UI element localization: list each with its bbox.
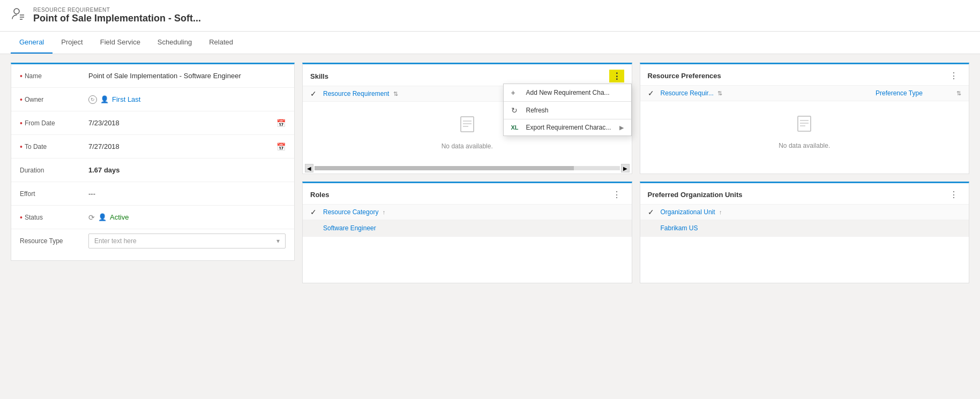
rp-no-data-icon: [795, 114, 814, 138]
required-indicator: •: [20, 119, 23, 127]
resource-requirement-icon: [11, 6, 26, 25]
required-indicator: •: [20, 142, 23, 151]
svg-point-0: [14, 9, 19, 14]
scroll-track: [315, 166, 620, 170]
required-indicator: •: [20, 95, 23, 104]
resource-preferences-more-button[interactable]: ⋮: [946, 70, 961, 82]
skills-header: Skills ⋮: [303, 64, 632, 86]
skills-scrollbar[interactable]: ◀ ▶: [303, 163, 632, 174]
excel-icon: XL: [511, 124, 521, 131]
chevron-down-icon: ▾: [276, 237, 280, 245]
label-name: • Name: [20, 72, 84, 80]
top-bar: Resource Requirement Point of Sale Imple…: [0, 0, 980, 32]
refresh-icon: ↻: [511, 106, 521, 115]
pou-title: Preferred Organization Units: [648, 191, 743, 199]
scroll-thumb: [315, 166, 574, 170]
calendar-icon[interactable]: 📅: [276, 142, 286, 151]
panels-right: Skills ⋮ + Add New Requirement Cha... ↻ …: [302, 63, 969, 283]
plus-icon: +: [511, 88, 521, 97]
skills-more-button[interactable]: ⋮: [609, 70, 624, 82]
check-col: ✓: [310, 89, 323, 98]
roles-check-col: ✓: [310, 208, 323, 216]
nav-tabs: General Project Field Service Scheduling…: [0, 32, 980, 54]
label-effort: Effort: [20, 190, 84, 198]
scroll-left-btn[interactable]: ◀: [305, 164, 313, 172]
preferred-org-units-panel: Preferred Organization Units ⋮ ✓ Organiz…: [640, 182, 970, 283]
sort-icon[interactable]: ⇅: [393, 91, 398, 97]
top-row-panels: Skills ⋮ + Add New Requirement Cha... ↻ …: [302, 63, 969, 174]
label-owner: • Owner: [20, 95, 84, 104]
refresh-icon: ↻: [88, 95, 97, 104]
col-rp-resource-req[interactable]: Resource Requir... ⇅: [661, 89, 876, 97]
form-row-name: • Name Point of Sale Implementation - So…: [11, 64, 294, 88]
pou-check-col: ✓: [648, 208, 661, 216]
value-effort: ---: [88, 190, 286, 198]
label-from-date: • From Date: [20, 119, 84, 127]
form-row-resource-type: Resource Type Enter text here ▾: [11, 229, 294, 253]
form-row-status: • Status ⟳ 👤 Active: [11, 206, 294, 229]
tab-project[interactable]: Project: [53, 32, 91, 54]
menu-add-new[interactable]: + Add New Requirement Cha...: [504, 84, 631, 101]
owner-person-icon: 👤: [100, 95, 109, 103]
roles-panel: Roles ⋮ ✓ Resource Category ↑ Software E…: [302, 182, 632, 283]
tab-general[interactable]: General: [11, 32, 53, 54]
label-status: • Status: [20, 213, 84, 222]
tab-field-service[interactable]: Field Service: [92, 32, 149, 54]
skills-context-menu: + Add New Requirement Cha... ↻ Refresh X…: [503, 84, 632, 136]
page-header-info: Resource Requirement Point of Sale Imple…: [33, 7, 201, 24]
label-to-date: • To Date: [20, 142, 84, 151]
resource-preferences-title: Resource Preferences: [648, 72, 721, 80]
value-owner[interactable]: ↻ 👤 First Last: [88, 95, 286, 104]
pou-header: Preferred Organization Units ⋮: [640, 183, 969, 205]
menu-refresh[interactable]: ↻ Refresh: [504, 102, 631, 119]
rp-no-data: No data available.: [640, 101, 969, 162]
required-indicator: •: [20, 213, 23, 222]
tab-scheduling[interactable]: Scheduling: [149, 32, 200, 54]
roles-header: Roles ⋮: [303, 183, 632, 205]
resource-type-dropdown[interactable]: Enter text here ▾: [88, 234, 286, 249]
rp-check-col: ✓: [648, 89, 661, 97]
tab-related[interactable]: Related: [200, 32, 242, 54]
form-panel: • Name Point of Sale Implementation - So…: [11, 63, 295, 261]
resource-type-wrapper: Enter text here ▾: [88, 234, 286, 249]
main-content: • Name Point of Sale Implementation - So…: [0, 54, 980, 292]
resource-preferences-panel: Resource Preferences ⋮ ✓ Resource Requir…: [640, 63, 970, 174]
label-resource-type: Resource Type: [20, 237, 84, 245]
roles-more-button[interactable]: ⋮: [609, 189, 624, 201]
page-title: Point of Sale Implementation - Soft...: [33, 13, 201, 24]
col-organizational-unit[interactable]: Organizational Unit ↑: [661, 208, 962, 216]
value-from-date: 7/23/2018 📅: [88, 119, 286, 127]
col-resource-category[interactable]: Resource Category ↑: [323, 208, 624, 216]
form-row-duration: Duration 1.67 days: [11, 159, 294, 182]
roles-data-row[interactable]: Software Engineer: [303, 220, 632, 237]
form-row-effort: Effort ---: [11, 182, 294, 206]
value-name: Point of Sale Implementation - Software …: [88, 72, 286, 80]
rp-sort-icon-0[interactable]: ⇅: [717, 90, 722, 96]
svg-rect-8: [798, 116, 811, 131]
value-to-date: 7/27/2018 📅: [88, 142, 286, 151]
menu-export[interactable]: XL Export Requirement Charac... ▶: [504, 119, 631, 135]
scroll-right-btn[interactable]: ▶: [621, 164, 630, 172]
calendar-icon[interactable]: 📅: [276, 119, 286, 127]
preference-sort-icon[interactable]: ⇅: [945, 90, 961, 97]
pou-sort-icon[interactable]: ↑: [719, 209, 722, 215]
roles-sort-icon[interactable]: ↑: [383, 209, 386, 215]
page-subtitle: Resource Requirement: [33, 7, 201, 13]
pou-col-row: ✓ Organizational Unit ↑: [640, 205, 969, 220]
bottom-row-panels: Roles ⋮ ✓ Resource Category ↑ Software E…: [302, 182, 969, 283]
skills-title: Skills: [310, 72, 328, 80]
submenu-arrow-icon: ▶: [619, 124, 624, 131]
refresh-icon: ⟳: [88, 213, 95, 222]
pou-more-button[interactable]: ⋮: [946, 189, 961, 201]
no-data-icon: [458, 115, 477, 138]
col-preference-type[interactable]: Preference Type: [876, 89, 945, 97]
form-row-to-date: • To Date 7/27/2018 📅: [11, 135, 294, 159]
roles-title: Roles: [310, 191, 329, 199]
label-duration: Duration: [20, 167, 84, 174]
pou-data-row[interactable]: Fabrikam US: [640, 220, 969, 237]
required-indicator: •: [20, 72, 23, 80]
value-status: ⟳ 👤 Active: [88, 213, 286, 222]
form-row-from-date: • From Date 7/23/2018 📅: [11, 111, 294, 135]
svg-rect-4: [461, 117, 474, 132]
value-duration: 1.67 days: [88, 166, 286, 174]
